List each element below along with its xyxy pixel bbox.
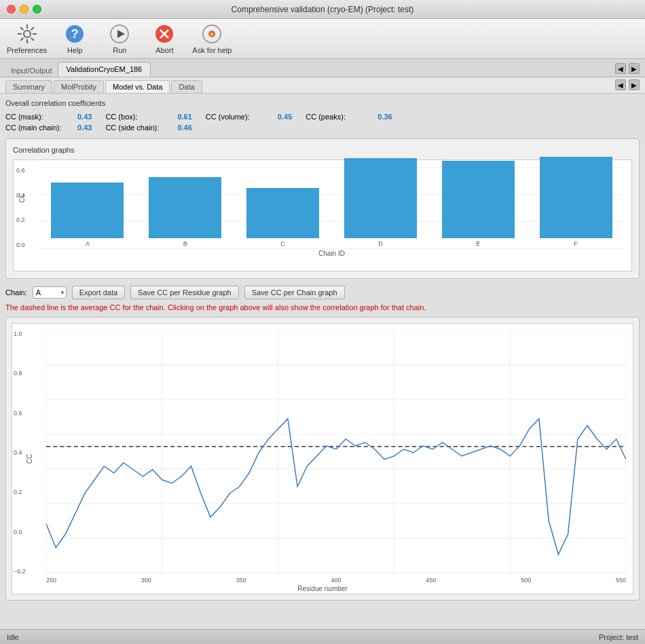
x-tick-450: 450: [426, 577, 436, 584]
bar-A: [51, 183, 124, 238]
help-icon: ?: [64, 23, 86, 45]
window-title: Comprehensive validation (cryo-EM) (Proj…: [232, 5, 414, 14]
sub-tab-bar: Summary MolProbity Model vs. Data Data ◀…: [0, 77, 645, 94]
svg-text:?: ?: [71, 27, 79, 41]
save-residue-graph-button[interactable]: Save CC per Residue graph: [130, 286, 239, 299]
status-right: Project: test: [599, 633, 638, 641]
tab-prev-button[interactable]: ◀: [615, 63, 626, 74]
cc-box-value: 0.61: [177, 113, 191, 121]
bar-D: [344, 158, 417, 238]
bar-B: [149, 177, 221, 238]
ask-help-label: Ask for help: [192, 46, 232, 54]
close-button[interactable]: [7, 5, 16, 14]
line-y-axis: 1.0 0.8 0.6 0.4 0.2 0.0 −0.2: [14, 330, 26, 575]
window-controls[interactable]: [7, 5, 41, 14]
bar-group-F: F: [530, 157, 621, 247]
cc-box-item: CC (box): 0.61: [105, 113, 191, 121]
run-icon: [109, 23, 130, 45]
line-chart-container[interactable]: 1.0 0.8 0.6 0.4 0.2 0.0 −0.2 CC: [12, 323, 633, 594]
bar-group-E: E: [432, 161, 523, 247]
correlation-graphs-title: Correlation graphs: [13, 146, 632, 154]
line-y-tick-neg02: −0.2: [14, 568, 26, 575]
y-axis-label: CC: [18, 191, 26, 205]
run-button[interactable]: Run: [103, 23, 136, 54]
svg-line-7: [31, 27, 33, 30]
chain-select-wrapper[interactable]: A B C D E F ▼: [33, 286, 67, 299]
cc-main-chain-label: CC (main chain):: [5, 124, 73, 132]
ask-help-icon: +: [201, 23, 223, 45]
abort-icon: [153, 23, 175, 45]
bar-group-C: C: [238, 188, 329, 247]
bar-label-F: F: [574, 240, 578, 247]
line-y-tick-02: 0.2: [14, 489, 26, 495]
chain-select[interactable]: A B C D E F: [33, 286, 67, 299]
tab-molprobity[interactable]: MolProbity: [54, 80, 104, 93]
bar-group-A: A: [42, 183, 133, 247]
main-tab-validation[interactable]: ValidationCryoEM_186: [58, 62, 151, 77]
ask-for-help-button[interactable]: + Ask for help: [192, 23, 232, 54]
bar-label-A: A: [86, 240, 90, 247]
bar-label-C: C: [280, 240, 285, 247]
bar-group-B: B: [140, 177, 231, 247]
preferences-button[interactable]: Preferences: [7, 23, 47, 54]
overall-cc-section: Overall correlation coefficients CC (mas…: [5, 99, 640, 132]
cc-row-1: CC (mask): 0.43 CC (box): 0.61 CC (volum…: [5, 113, 640, 121]
bar-E: [442, 161, 515, 238]
bar-label-B: B: [183, 240, 187, 247]
cc-volume-item: CC (volume): 0.45: [206, 113, 292, 121]
tab-summary[interactable]: Summary: [5, 80, 52, 93]
svg-line-5: [20, 27, 23, 30]
tab-next-button[interactable]: ▶: [629, 63, 640, 74]
status-left: Idle: [7, 633, 19, 641]
save-chain-graph-button[interactable]: Save CC per Chain graph: [244, 286, 345, 299]
overall-cc-header: Overall correlation coefficients: [5, 99, 640, 107]
cc-box-label: CC (box):: [105, 113, 173, 121]
line-y-tick-04: 0.4: [14, 449, 26, 456]
cc-row-2: CC (main chain): 0.43 CC (side chain): 0…: [5, 124, 640, 132]
status-bar: Idle Project: test: [0, 629, 645, 644]
x-axis-label: Chain ID: [42, 250, 621, 257]
input-output-label: Input/Output: [5, 64, 58, 77]
line-y-tick-08: 0.8: [14, 370, 26, 377]
y-tick-06: 0.6: [16, 167, 25, 174]
toolbar: Preferences ? Help Run Abort + Ask for h…: [0, 19, 645, 59]
run-label: Run: [113, 46, 126, 54]
svg-line-6: [31, 38, 33, 41]
sub-tab-prev-button[interactable]: ◀: [615, 79, 626, 90]
tab-data[interactable]: Data: [171, 80, 202, 93]
help-button[interactable]: ? Help: [58, 23, 92, 54]
bar-chart-container[interactable]: 0.6 0.4 0.2 0.0 CC A: [13, 159, 632, 271]
cc-peaks-item: CC (peaks): 0.36: [306, 113, 392, 121]
sub-tab-nav: ◀ ▶: [615, 79, 640, 90]
preferences-icon: [16, 23, 38, 45]
cc-table: CC (mask): 0.43 CC (box): 0.61 CC (volum…: [5, 113, 640, 132]
cc-side-chain-item: CC (side chain): 0.46: [105, 124, 191, 132]
cc-peaks-label: CC (peaks):: [306, 113, 373, 121]
export-data-button[interactable]: Export data: [72, 286, 125, 299]
maximize-button[interactable]: [33, 5, 41, 14]
x-axis-ticks: 250 300 350 400 450 500 550: [46, 577, 626, 584]
sub-tab-next-button[interactable]: ▶: [629, 79, 640, 90]
abort-button[interactable]: Abort: [147, 23, 181, 54]
x-tick-350: 350: [236, 577, 246, 584]
y-tick-02: 0.2: [16, 216, 25, 223]
cc-volume-label: CC (volume):: [206, 113, 274, 121]
cc-mask-label: CC (mask):: [5, 113, 73, 121]
cc-side-chain-value: 0.46: [177, 124, 191, 132]
tab-model-vs-data[interactable]: Model vs. Data: [105, 80, 170, 93]
cc-side-chain-label: CC (side chain):: [105, 124, 173, 132]
x-tick-300: 300: [141, 577, 151, 584]
tab-nav: ◀ ▶: [615, 63, 640, 74]
abort-label: Abort: [155, 46, 173, 54]
svg-point-0: [24, 31, 31, 37]
y-axis: 0.6 0.4 0.2 0.0: [16, 167, 25, 248]
line-x-axis-label: Residue number: [12, 585, 633, 592]
bar-group-D: D: [335, 158, 426, 247]
cc-mask-value: 0.43: [77, 113, 92, 121]
minimize-button[interactable]: [20, 5, 29, 14]
main-tab-bar: Input/Output ValidationCryoEM_186 ◀ ▶: [0, 59, 645, 77]
cc-main-chain-item: CC (main chain): 0.43: [5, 124, 92, 132]
svg-marker-12: [117, 30, 125, 38]
controls-row: Chain: A B C D E F ▼ Export data Save CC…: [5, 286, 640, 299]
bar-label-E: E: [476, 240, 480, 247]
